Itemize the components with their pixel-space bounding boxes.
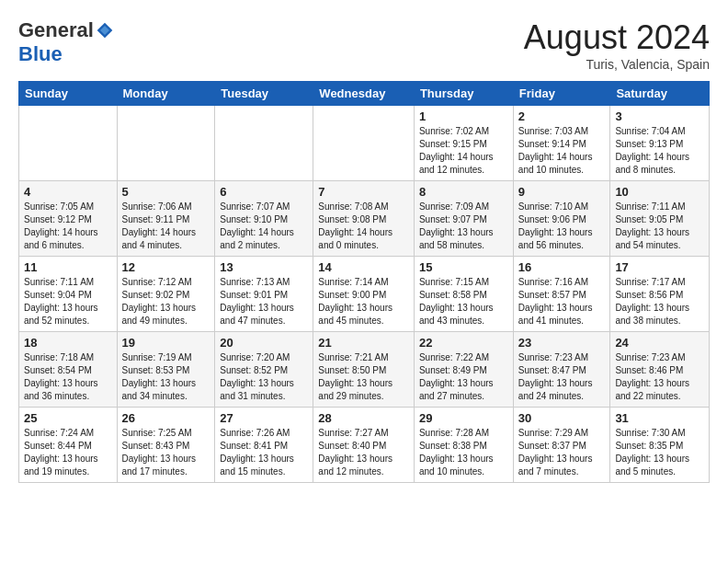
calendar-cell: 1Sunrise: 7:02 AM Sunset: 9:15 PM Daylig…	[414, 106, 513, 181]
calendar-cell: 6Sunrise: 7:07 AM Sunset: 9:10 PM Daylig…	[215, 181, 313, 257]
weekday-header-sunday: Sunday	[19, 82, 118, 106]
calendar-cell: 16Sunrise: 7:16 AM Sunset: 8:57 PM Dayli…	[513, 257, 610, 332]
calendar-cell: 31Sunrise: 7:30 AM Sunset: 8:35 PM Dayli…	[610, 408, 710, 483]
calendar-cell: 28Sunrise: 7:27 AM Sunset: 8:40 PM Dayli…	[313, 408, 415, 483]
title-section: August 2024 Turis, Valencia, Spain	[524, 18, 710, 72]
week-row-1: 1Sunrise: 7:02 AM Sunset: 9:15 PM Daylig…	[19, 106, 710, 181]
day-number: 26	[122, 411, 210, 425]
week-row-4: 18Sunrise: 7:18 AM Sunset: 8:54 PM Dayli…	[19, 332, 710, 408]
day-number: 25	[24, 411, 112, 425]
calendar-cell: 8Sunrise: 7:09 AM Sunset: 9:07 PM Daylig…	[414, 181, 513, 257]
calendar-cell: 4Sunrise: 7:05 AM Sunset: 9:12 PM Daylig…	[19, 181, 118, 257]
calendar-cell: 20Sunrise: 7:20 AM Sunset: 8:52 PM Dayli…	[215, 332, 313, 408]
day-info: Sunrise: 7:16 AM Sunset: 8:57 PM Dayligh…	[518, 276, 606, 327]
day-number: 9	[518, 185, 606, 199]
day-number: 13	[220, 260, 308, 274]
calendar-cell: 5Sunrise: 7:06 AM Sunset: 9:11 PM Daylig…	[117, 181, 215, 257]
day-info: Sunrise: 7:19 AM Sunset: 8:53 PM Dayligh…	[122, 351, 210, 403]
day-number: 5	[122, 185, 210, 199]
day-info: Sunrise: 7:17 AM Sunset: 8:56 PM Dayligh…	[615, 276, 704, 327]
weekday-header-tuesday: Tuesday	[215, 82, 313, 106]
day-info: Sunrise: 7:11 AM Sunset: 9:05 PM Dayligh…	[615, 201, 704, 252]
calendar-cell: 26Sunrise: 7:25 AM Sunset: 8:43 PM Dayli…	[117, 408, 215, 483]
day-number: 24	[615, 336, 704, 350]
page-header: General Blue August 2024 Turis, Valencia…	[18, 18, 710, 72]
week-row-5: 25Sunrise: 7:24 AM Sunset: 8:44 PM Dayli…	[19, 408, 710, 483]
day-info: Sunrise: 7:05 AM Sunset: 9:12 PM Dayligh…	[24, 201, 112, 252]
day-info: Sunrise: 7:04 AM Sunset: 9:13 PM Dayligh…	[615, 125, 704, 177]
day-info: Sunrise: 7:30 AM Sunset: 8:35 PM Dayligh…	[615, 427, 704, 478]
day-number: 17	[615, 260, 704, 274]
calendar: SundayMondayTuesdayWednesdayThursdayFrid…	[18, 81, 710, 483]
weekday-header-wednesday: Wednesday	[313, 82, 415, 106]
week-row-2: 4Sunrise: 7:05 AM Sunset: 9:12 PM Daylig…	[19, 181, 710, 257]
calendar-cell: 25Sunrise: 7:24 AM Sunset: 8:44 PM Dayli…	[19, 408, 118, 483]
day-number: 11	[24, 260, 112, 274]
day-info: Sunrise: 7:23 AM Sunset: 8:47 PM Dayligh…	[518, 351, 606, 403]
calendar-cell	[215, 106, 313, 181]
day-info: Sunrise: 7:11 AM Sunset: 9:04 PM Dayligh…	[24, 276, 112, 327]
calendar-cell: 9Sunrise: 7:10 AM Sunset: 9:06 PM Daylig…	[513, 181, 610, 257]
day-number: 18	[24, 336, 112, 350]
calendar-cell: 30Sunrise: 7:29 AM Sunset: 8:37 PM Dayli…	[513, 408, 610, 483]
day-number: 10	[615, 185, 704, 199]
day-number: 1	[419, 109, 508, 123]
day-number: 14	[318, 260, 409, 274]
day-number: 28	[318, 411, 409, 425]
day-info: Sunrise: 7:09 AM Sunset: 9:07 PM Dayligh…	[419, 201, 508, 252]
day-number: 2	[518, 109, 606, 123]
day-number: 30	[518, 411, 606, 425]
day-number: 15	[419, 260, 508, 274]
day-number: 20	[220, 336, 308, 350]
day-info: Sunrise: 7:21 AM Sunset: 8:50 PM Dayligh…	[318, 351, 409, 403]
calendar-cell: 22Sunrise: 7:22 AM Sunset: 8:49 PM Dayli…	[414, 332, 513, 408]
weekday-header-thursday: Thursday	[414, 82, 513, 106]
calendar-cell: 17Sunrise: 7:17 AM Sunset: 8:56 PM Dayli…	[610, 257, 710, 332]
calendar-cell: 14Sunrise: 7:14 AM Sunset: 9:00 PM Dayli…	[313, 257, 415, 332]
day-number: 27	[220, 411, 308, 425]
day-info: Sunrise: 7:18 AM Sunset: 8:54 PM Dayligh…	[24, 351, 112, 403]
calendar-cell: 24Sunrise: 7:23 AM Sunset: 8:46 PM Dayli…	[610, 332, 710, 408]
logo-icon	[96, 21, 114, 40]
calendar-cell: 19Sunrise: 7:19 AM Sunset: 8:53 PM Dayli…	[117, 332, 215, 408]
calendar-cell: 27Sunrise: 7:26 AM Sunset: 8:41 PM Dayli…	[215, 408, 313, 483]
day-info: Sunrise: 7:28 AM Sunset: 8:38 PM Dayligh…	[419, 427, 508, 478]
day-number: 21	[318, 336, 409, 350]
calendar-cell: 3Sunrise: 7:04 AM Sunset: 9:13 PM Daylig…	[610, 106, 710, 181]
day-number: 29	[419, 411, 508, 425]
day-info: Sunrise: 7:24 AM Sunset: 8:44 PM Dayligh…	[24, 427, 112, 478]
calendar-cell	[313, 106, 415, 181]
day-number: 3	[615, 109, 704, 123]
day-info: Sunrise: 7:25 AM Sunset: 8:43 PM Dayligh…	[122, 427, 210, 478]
day-info: Sunrise: 7:13 AM Sunset: 9:01 PM Dayligh…	[220, 276, 308, 327]
day-info: Sunrise: 7:10 AM Sunset: 9:06 PM Dayligh…	[518, 201, 606, 252]
day-number: 12	[122, 260, 210, 274]
day-info: Sunrise: 7:23 AM Sunset: 8:46 PM Dayligh…	[615, 351, 704, 403]
day-info: Sunrise: 7:15 AM Sunset: 8:58 PM Dayligh…	[419, 276, 508, 327]
day-info: Sunrise: 7:27 AM Sunset: 8:40 PM Dayligh…	[318, 427, 409, 478]
day-number: 8	[419, 185, 508, 199]
day-info: Sunrise: 7:08 AM Sunset: 9:08 PM Dayligh…	[318, 201, 409, 252]
calendar-cell: 10Sunrise: 7:11 AM Sunset: 9:05 PM Dayli…	[610, 181, 710, 257]
day-number: 19	[122, 336, 210, 350]
calendar-cell: 7Sunrise: 7:08 AM Sunset: 9:08 PM Daylig…	[313, 181, 415, 257]
day-number: 6	[220, 185, 308, 199]
day-info: Sunrise: 7:12 AM Sunset: 9:02 PM Dayligh…	[122, 276, 210, 327]
calendar-cell: 29Sunrise: 7:28 AM Sunset: 8:38 PM Dayli…	[414, 408, 513, 483]
calendar-cell: 15Sunrise: 7:15 AM Sunset: 8:58 PM Dayli…	[414, 257, 513, 332]
weekday-header-monday: Monday	[117, 82, 215, 106]
logo: General Blue	[18, 18, 114, 66]
day-number: 23	[518, 336, 606, 350]
day-info: Sunrise: 7:06 AM Sunset: 9:11 PM Dayligh…	[122, 201, 210, 252]
calendar-cell	[19, 106, 118, 181]
day-number: 7	[318, 185, 409, 199]
day-number: 16	[518, 260, 606, 274]
day-info: Sunrise: 7:29 AM Sunset: 8:37 PM Dayligh…	[518, 427, 606, 478]
calendar-cell: 13Sunrise: 7:13 AM Sunset: 9:01 PM Dayli…	[215, 257, 313, 332]
calendar-cell: 18Sunrise: 7:18 AM Sunset: 8:54 PM Dayli…	[19, 332, 118, 408]
calendar-cell: 2Sunrise: 7:03 AM Sunset: 9:14 PM Daylig…	[513, 106, 610, 181]
day-info: Sunrise: 7:07 AM Sunset: 9:10 PM Dayligh…	[220, 201, 308, 252]
calendar-cell: 23Sunrise: 7:23 AM Sunset: 8:47 PM Dayli…	[513, 332, 610, 408]
calendar-cell	[117, 106, 215, 181]
day-info: Sunrise: 7:14 AM Sunset: 9:00 PM Dayligh…	[318, 276, 409, 327]
